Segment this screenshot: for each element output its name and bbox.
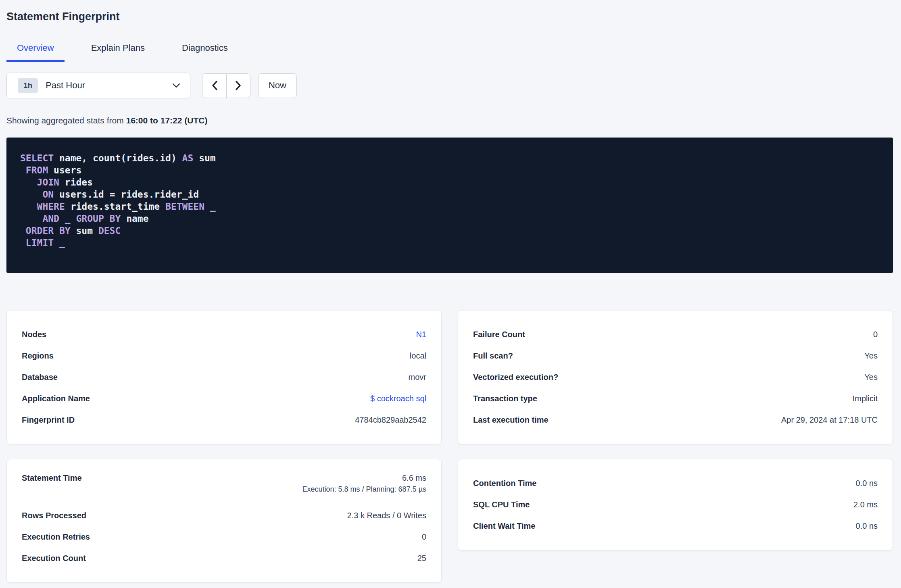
- sql-text: [54, 238, 59, 248]
- stat-label: Fingerprint ID: [22, 415, 75, 425]
- stat-label: Vectorized execution?: [473, 372, 558, 383]
- sql-keyword: ON: [42, 189, 54, 200]
- stat-row-contention-time: Contention Time 0.0 ns: [473, 473, 878, 494]
- stat-row-execution-retries: Execution Retries 0: [22, 526, 426, 548]
- prev-time-button[interactable]: [202, 74, 226, 98]
- sql-text: [71, 213, 76, 224]
- stat-subvalue: Execution: 5.8 ms / Planning: 687.5 µs: [302, 485, 426, 494]
- caption-prefix: Showing aggregated stats from: [6, 116, 126, 125]
- stat-value: local: [410, 350, 426, 361]
- sql-keyword: LIMIT: [26, 238, 54, 248]
- tab-diagnostics[interactable]: Diagnostics: [171, 42, 238, 62]
- time-range-badge: 1h: [18, 78, 38, 93]
- stat-value: 4784cb829aab2542: [355, 415, 426, 425]
- stat-row-application-name: Application Name $ cockroach sql: [22, 388, 426, 409]
- stat-row-rows-processed: Rows Processed 2.3 k Reads / 0 Writes: [22, 505, 426, 526]
- sql-keyword: ORDER BY: [26, 225, 71, 236]
- application-name-link[interactable]: $ cockroach sql: [370, 393, 426, 404]
- stat-row-vectorized-execution: Vectorized execution? Yes: [473, 367, 878, 388]
- stat-value: 0: [422, 532, 426, 542]
- stat-row-execution-count: Execution Count 25: [22, 548, 426, 569]
- stat-value: 6.6 ms: [402, 473, 426, 484]
- performance-cards-row: Statement Time 6.6 ms Execution: 5.8 ms …: [6, 459, 893, 583]
- tab-explain-plans[interactable]: Explain Plans: [81, 42, 155, 62]
- stat-label: Execution Retries: [22, 532, 90, 542]
- sql-keyword: _: [59, 238, 65, 248]
- time-nav-group: [202, 73, 250, 98]
- stat-row-regions: Regions local: [22, 345, 426, 367]
- stat-row-database: Database movr: [22, 367, 426, 388]
- sql-keyword: AND: [42, 213, 59, 224]
- nodes-link[interactable]: N1: [416, 329, 426, 340]
- sql-line: SELECT name, count(rides.id) AS sum: [20, 152, 879, 164]
- sql-keyword: DESC: [98, 225, 121, 236]
- stat-value: Implicit: [853, 393, 878, 404]
- stat-row-transaction-type: Transaction type Implicit: [473, 388, 878, 409]
- chevron-down-icon: [172, 83, 180, 88]
- sql-line: AND _ GROUP BY name: [20, 213, 879, 225]
- sql-text: name, count(rides.id): [54, 153, 182, 163]
- stat-label: Regions: [22, 350, 54, 361]
- sql-line: ON users.id = rides.rider_id: [20, 188, 879, 200]
- statement-fingerprint-page: Statement Fingerprint Overview Explain P…: [0, 10, 901, 583]
- stat-label: Last execution time: [473, 415, 549, 425]
- stat-row-full-scan: Full scan? Yes: [473, 345, 878, 367]
- stat-row-client-wait-time: Client Wait Time 0.0 ns: [473, 515, 878, 537]
- info-cards-row: Nodes N1 Regions local Database movr App…: [6, 310, 893, 444]
- execution-attributes-card: Failure Count 0 Full scan? Yes Vectorize…: [458, 310, 893, 444]
- stat-value: Yes: [864, 372, 878, 383]
- stat-value: 25: [417, 553, 426, 564]
- stat-label: Database: [22, 372, 58, 383]
- sql-line: ORDER BY sum DESC: [20, 225, 879, 237]
- sql-line: LIMIT _: [20, 237, 879, 249]
- stat-row-last-execution-time: Last execution time Apr 29, 2024 at 17:1…: [473, 409, 878, 431]
- sql-keyword: WHERE: [37, 201, 65, 212]
- sql-text: [204, 201, 210, 212]
- aggregated-stats-caption: Showing aggregated stats from 16:00 to 1…: [6, 115, 893, 126]
- now-button[interactable]: Now: [258, 73, 297, 98]
- sql-text: [59, 213, 65, 224]
- sql-keyword: SELECT: [20, 153, 54, 163]
- sql-line: FROM users: [20, 164, 879, 176]
- stat-label: Full scan?: [473, 350, 513, 361]
- page-title: Statement Fingerprint: [6, 10, 893, 23]
- statement-performance-card: Statement Time 6.6 ms Execution: 5.8 ms …: [6, 459, 442, 583]
- stat-label: Nodes: [22, 329, 46, 340]
- sql-line: WHERE rides.start_time BETWEEN _: [20, 200, 879, 213]
- stat-value: 0: [873, 329, 878, 340]
- stat-value: 2.3 k Reads / 0 Writes: [347, 510, 426, 521]
- sql-keyword: FROM: [26, 165, 48, 175]
- stat-label: Client Wait Time: [473, 521, 535, 532]
- stat-label: Contention Time: [473, 478, 536, 489]
- sql-keyword: _: [65, 213, 71, 224]
- sql-statement-box: SELECT name, count(rides.id) AS sum FROM…: [6, 138, 893, 273]
- sql-text: name: [121, 213, 148, 224]
- time-toolbar: 1h Past Hour Now: [6, 73, 893, 98]
- stat-row-fingerprint-id: Fingerprint ID 4784cb829aab2542: [22, 409, 426, 431]
- stat-row-sql-cpu-time: SQL CPU Time 2.0 ms: [473, 494, 878, 515]
- sql-text: rides: [59, 177, 93, 188]
- sql-keyword: JOIN: [37, 177, 59, 188]
- sql-keyword: BETWEEN: [165, 201, 204, 212]
- time-range-dropdown[interactable]: 1h Past Hour: [6, 73, 190, 98]
- caption-range: 16:00 to 17:22 (UTC): [126, 116, 208, 125]
- next-time-button[interactable]: [226, 74, 250, 98]
- stat-value: movr: [409, 372, 426, 383]
- stat-label: Failure Count: [473, 329, 525, 340]
- chevron-right-icon: [235, 80, 242, 91]
- stat-label: Statement Time: [22, 473, 82, 484]
- sql-text: users.id = rides.rider_id: [54, 189, 199, 200]
- stat-row-failure-count: Failure Count 0: [473, 324, 878, 345]
- sql-text: sum: [71, 225, 98, 236]
- stat-value: 0.0 ns: [856, 478, 878, 489]
- sql-line: JOIN rides: [20, 176, 879, 188]
- stat-value: Yes: [864, 350, 878, 361]
- tab-overview[interactable]: Overview: [6, 42, 65, 62]
- sql-text: users: [48, 165, 81, 175]
- stat-label: Application Name: [22, 393, 90, 404]
- tab-bar: Overview Explain Plans Diagnostics: [6, 42, 893, 61]
- statement-info-card: Nodes N1 Regions local Database movr App…: [6, 310, 442, 444]
- time-range-label: Past Hour: [46, 80, 85, 91]
- sql-text: sum: [193, 153, 215, 163]
- stat-label: SQL CPU Time: [473, 499, 530, 510]
